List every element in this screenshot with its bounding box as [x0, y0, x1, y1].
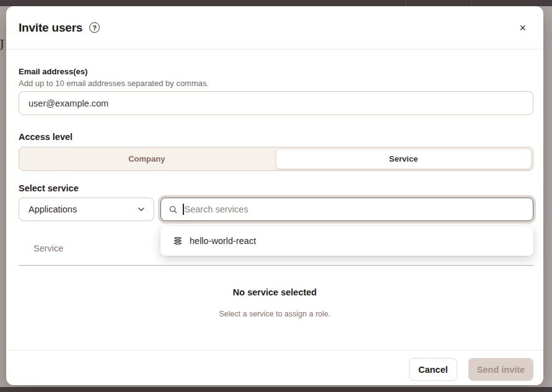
- footer-divider: [6, 350, 543, 351]
- access-level-toggle: Company Service: [19, 147, 533, 171]
- dialog-header: Invite users ? ×: [6, 6, 543, 50]
- search-result-label: hello-world-react: [190, 236, 256, 246]
- service-category-value: Applications: [28, 204, 77, 214]
- background-page-fragment: J: [0, 36, 6, 57]
- background-nav-divider: [471, 0, 471, 6]
- access-level-label: Access level: [19, 132, 72, 142]
- email-label: Email address(es): [19, 67, 87, 76]
- search-result-hello-world-react[interactable]: hello-world-react: [160, 226, 533, 256]
- footer-actions: Cancel Send invite: [409, 358, 533, 381]
- empty-state-subtitle: Select a service to assign a role.: [6, 310, 543, 318]
- service-category-select[interactable]: Applications: [19, 198, 154, 221]
- table-divider: [19, 265, 533, 266]
- background-nav-divider: [406, 0, 406, 6]
- search-services-input[interactable]: [185, 204, 526, 214]
- help-icon[interactable]: ?: [89, 22, 100, 33]
- dialog-title: Invite users: [19, 21, 82, 35]
- background-bottom-strip: [0, 387, 552, 392]
- service-search-field: [160, 198, 533, 221]
- send-invite-button[interactable]: Send invite: [468, 358, 533, 381]
- cancel-button[interactable]: Cancel: [409, 358, 457, 381]
- chevron-down-icon: [136, 204, 146, 214]
- stack-icon: [173, 236, 183, 246]
- text-caret: [183, 204, 184, 215]
- background-top-nav: [0, 0, 552, 6]
- select-service-label: Select service: [19, 183, 79, 193]
- search-results-panel: hello-world-react: [160, 226, 533, 256]
- access-level-option-company[interactable]: Company: [19, 147, 274, 170]
- close-icon[interactable]: ×: [517, 21, 528, 35]
- email-helper-text: Add up to 10 email addresses separated b…: [19, 79, 209, 88]
- access-level-option-service[interactable]: Service: [276, 149, 532, 169]
- search-icon: [169, 205, 178, 214]
- invite-users-dialog: Invite users ? × Email address(es) Add u…: [6, 6, 543, 385]
- service-column-header: Service: [33, 243, 63, 253]
- email-input[interactable]: [19, 91, 533, 115]
- empty-state-title: No service selected: [6, 287, 543, 297]
